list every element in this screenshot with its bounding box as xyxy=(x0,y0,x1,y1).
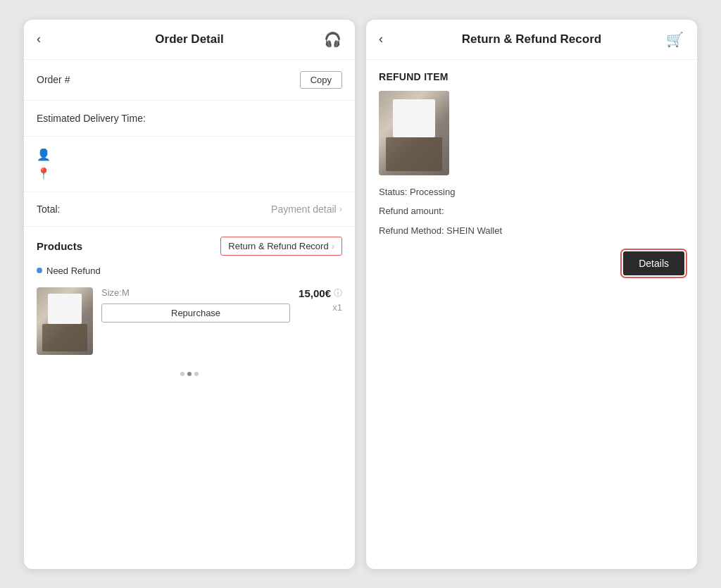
pagination-dots xyxy=(24,365,355,383)
status-row: Status: Processing xyxy=(379,185,684,199)
size-label: Size:M xyxy=(101,287,290,298)
right-panel-header: ‹ Return & Refund Record 🛒 xyxy=(366,20,697,60)
person-row: 👤 xyxy=(37,148,342,161)
payment-chevron-icon: › xyxy=(339,204,342,214)
order-detail-panel: ‹ Order Detail 🎧 Order # Copy Estimated … xyxy=(24,20,355,569)
left-panel-title: Order Detail xyxy=(56,32,322,46)
product-item: Size:M Repurchase 15,00€ ⓘ x1 xyxy=(24,282,355,365)
right-back-icon[interactable]: ‹ xyxy=(379,32,399,46)
delivery-label: Estimated Delivery Time: xyxy=(37,113,146,124)
payment-detail-link[interactable]: Payment detail › xyxy=(271,204,342,215)
need-refund-label: Need Refund xyxy=(46,265,101,276)
right-panel-title: Return & Refund Record xyxy=(399,32,665,46)
refund-method-row: Refund Method: SHEIN Wallet xyxy=(379,224,684,238)
refund-product-image xyxy=(379,91,449,175)
blue-dot-icon xyxy=(37,268,42,273)
refund-record-chevron: › xyxy=(332,241,334,251)
dot-3 xyxy=(194,372,199,376)
support-icon[interactable]: 🎧 xyxy=(322,31,342,48)
dot-1 xyxy=(180,372,184,376)
dot-2 xyxy=(187,372,192,376)
left-panel-header: ‹ Order Detail 🎧 xyxy=(24,20,355,60)
product-price: 15,00€ xyxy=(299,287,331,299)
person-icon: 👤 xyxy=(37,148,51,161)
refund-section-title: REFUND ITEM xyxy=(379,71,684,82)
left-panel-body: Order # Copy Estimated Delivery Time: 👤 … xyxy=(24,60,355,569)
repurchase-button[interactable]: Repurchase xyxy=(101,304,290,323)
payment-detail-text: Payment detail xyxy=(271,204,337,215)
need-refund-badge: Need Refund xyxy=(24,263,355,282)
order-number-label: Order # xyxy=(37,74,70,85)
details-button[interactable]: Details xyxy=(623,251,684,275)
product-qty: x1 xyxy=(332,302,342,313)
product-image xyxy=(37,287,93,355)
delivery-section: Estimated Delivery Time: xyxy=(24,101,355,137)
refund-record-label: Return & Refund Record xyxy=(228,241,328,251)
price-info-icon[interactable]: ⓘ xyxy=(334,287,342,299)
total-section: Total: Payment detail › xyxy=(24,192,355,227)
back-icon[interactable]: ‹ xyxy=(37,32,56,46)
order-number-section: Order # Copy xyxy=(24,60,355,101)
total-label: Total: xyxy=(37,204,60,215)
cart-icon[interactable]: 🛒 xyxy=(665,31,684,48)
product-details: Size:M Repurchase xyxy=(101,287,290,323)
refund-record-panel: ‹ Return & Refund Record 🛒 REFUND ITEM S… xyxy=(366,20,697,569)
refund-record-button[interactable]: Return & Refund Record › xyxy=(220,237,342,256)
products-header: Products Return & Refund Record › xyxy=(24,227,355,263)
location-row: 📍 xyxy=(37,167,342,180)
contact-section: 👤 📍 xyxy=(24,137,355,192)
products-title: Products xyxy=(37,240,82,252)
right-panel-body: REFUND ITEM Status: Processing Refund am… xyxy=(366,60,697,569)
refund-amount-row: Refund amount: xyxy=(379,204,684,218)
product-price-area: 15,00€ ⓘ x1 xyxy=(299,287,342,313)
copy-button[interactable]: Copy xyxy=(300,71,342,89)
location-icon: 📍 xyxy=(37,167,51,180)
